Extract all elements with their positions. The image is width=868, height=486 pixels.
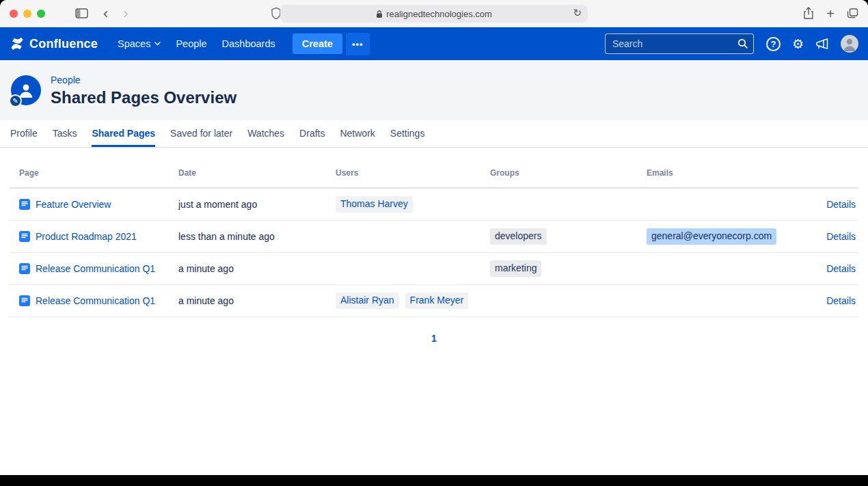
table-row: Product Roadmap 2021 less than a minute …: [10, 221, 858, 253]
page-icon: [19, 231, 30, 242]
tab-profile[interactable]: Profile: [10, 120, 38, 147]
screen-background: [0, 475, 868, 486]
back-icon[interactable]: ‹: [103, 6, 108, 21]
search-icon[interactable]: [737, 38, 748, 49]
nav-item-dashboards[interactable]: Dashboards: [215, 33, 283, 55]
col-header-emails: Emails: [647, 168, 811, 178]
url-text: realignedtechnologies.com: [386, 9, 492, 19]
zoom-window-button[interactable]: [37, 10, 45, 18]
announcements-icon[interactable]: [815, 38, 829, 50]
col-header-date: Date: [178, 168, 336, 178]
col-header-users: Users: [336, 168, 490, 178]
shared-pages-table: Page Date Users Groups Emails Feature Ov…: [0, 148, 868, 475]
tab-saved-for-later[interactable]: Saved for later: [170, 120, 232, 147]
new-tab-icon[interactable]: +: [826, 7, 835, 21]
page-link[interactable]: Release Communication Q1: [36, 263, 155, 274]
confluence-logo[interactable]: Confluence: [10, 36, 98, 51]
nav-item-spaces[interactable]: Spaces: [110, 33, 168, 55]
tab-shared-pages[interactable]: Shared Pages: [92, 120, 155, 147]
people-profile-icon: ✎: [11, 75, 41, 105]
page-title: Shared Pages Overview: [51, 88, 236, 107]
lock-icon: [376, 10, 383, 18]
create-button[interactable]: Create: [293, 33, 342, 54]
user-lozenge[interactable]: Thomas Harvey: [336, 196, 413, 213]
page-link[interactable]: Product Roadmap 2021: [36, 231, 137, 242]
close-window-button[interactable]: [10, 10, 18, 18]
help-icon[interactable]: ?: [766, 37, 781, 51]
row-date: a minute ago: [178, 295, 336, 306]
user-lozenge[interactable]: Alistair Ryan: [336, 293, 399, 309]
minimize-window-button[interactable]: [23, 10, 31, 18]
tab-network[interactable]: Network: [340, 120, 375, 147]
sidebar-toggle-icon[interactable]: [75, 8, 88, 18]
page-icon: [19, 199, 30, 210]
row-date: less than a minute ago: [178, 231, 336, 242]
browser-chrome: ‹ › realignedtechnologies.com ↻ +: [0, 0, 868, 27]
nav-item-people[interactable]: People: [168, 33, 214, 55]
user-lozenge[interactable]: Frank Meyer: [405, 293, 469, 309]
row-date: just a moment ago: [178, 199, 336, 210]
group-lozenge[interactable]: marketing: [490, 260, 541, 277]
col-header-page: Page: [10, 168, 178, 178]
page-icon: [19, 295, 30, 306]
tab-settings[interactable]: Settings: [390, 120, 425, 147]
app-navigation: Confluence Spaces People Dashboards Crea…: [0, 27, 868, 60]
brand-name: Confluence: [29, 37, 98, 51]
share-icon[interactable]: [803, 7, 814, 20]
table-row: Release Communication Q1 a minute ago ma…: [10, 253, 858, 285]
tab-tasks[interactable]: Tasks: [53, 120, 77, 147]
chevron-down-icon: [154, 42, 161, 46]
col-header-groups: Groups: [490, 168, 647, 178]
pagination: 1: [10, 317, 858, 360]
breadcrumb[interactable]: People: [51, 75, 81, 85]
table-header: Page Date Users Groups Emails: [10, 159, 858, 189]
tab-overview-icon[interactable]: [847, 8, 858, 19]
email-lozenge[interactable]: general@everyonecorp.com: [647, 228, 776, 245]
page-icon: [19, 263, 30, 274]
details-link[interactable]: Details: [826, 231, 856, 242]
table-row: Release Communication Q1 a minute ago Al…: [10, 285, 858, 317]
create-more-button[interactable]: •••: [346, 33, 370, 55]
tab-watches[interactable]: Watches: [247, 120, 284, 147]
forward-icon[interactable]: ›: [123, 6, 128, 21]
user-avatar[interactable]: [841, 35, 858, 53]
details-link[interactable]: Details: [826, 295, 856, 306]
reload-icon[interactable]: ↻: [573, 7, 582, 19]
address-bar[interactable]: realignedtechnologies.com ↻: [280, 5, 588, 23]
browser-window: ‹ › realignedtechnologies.com ↻ + Conflu…: [0, 0, 868, 475]
details-link[interactable]: Details: [826, 263, 856, 274]
gear-icon[interactable]: ⚙: [792, 38, 804, 51]
page-link[interactable]: Release Communication Q1: [36, 295, 155, 306]
group-lozenge[interactable]: developers: [490, 228, 547, 245]
profile-tabs: Profile Tasks Shared Pages Saved for lat…: [0, 120, 868, 148]
page-link[interactable]: Feature Overview: [36, 199, 111, 210]
row-date: a minute ago: [178, 263, 336, 274]
pencil-badge-icon: ✎: [9, 94, 22, 107]
page-header: ✎ People Shared Pages Overview: [0, 60, 868, 120]
confluence-mark-icon: [10, 36, 25, 51]
tab-drafts[interactable]: Drafts: [299, 120, 325, 147]
search-input[interactable]: [605, 33, 754, 54]
table-row: Feature Overview just a moment ago Thoma…: [10, 189, 858, 221]
pagination-page-1[interactable]: 1: [431, 333, 437, 344]
details-link[interactable]: Details: [826, 199, 856, 210]
